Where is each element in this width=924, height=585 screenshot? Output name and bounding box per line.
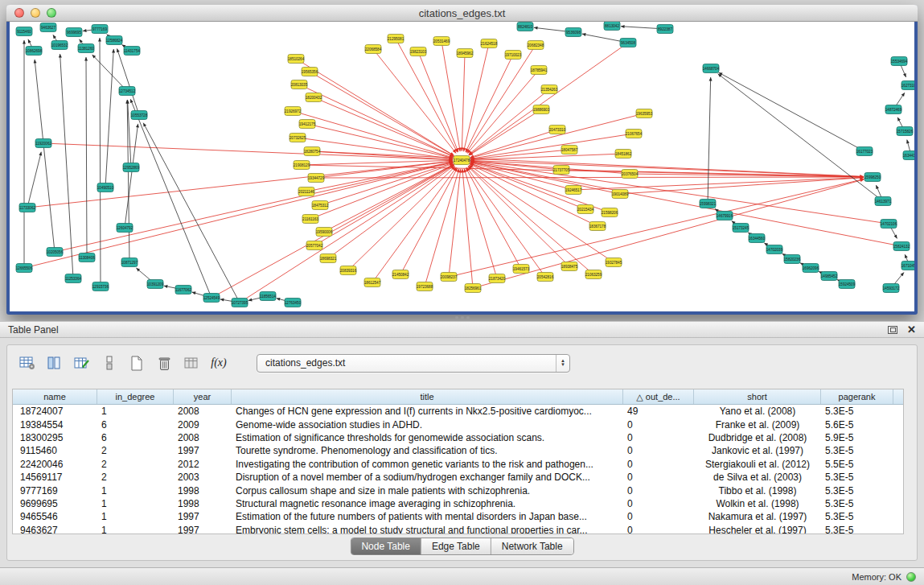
table-cell[interactable]: 0: [623, 419, 694, 431]
table-cell[interactable]: Tourette syndrome. Phenomenology and cla…: [232, 445, 623, 456]
zoom-window-button[interactable]: [47, 8, 56, 18]
graph-edge[interactable]: [449, 169, 461, 277]
table-cell[interactable]: 49: [623, 406, 694, 417]
table-cell[interactable]: 5.6E-5: [821, 419, 893, 431]
table-row[interactable]: 946554611997Estimation of the future num…: [13, 510, 903, 523]
graph-node[interactable]: 20577042: [306, 241, 323, 250]
graph-node[interactable]: 12952869: [123, 163, 140, 172]
graph-edge[interactable]: [396, 39, 458, 152]
graph-node[interactable]: 11308406: [79, 253, 96, 262]
graph-node[interactable]: 19014089: [612, 190, 629, 199]
graph-node[interactable]: 12586824: [106, 36, 123, 45]
table-cell[interactable]: 1997: [174, 445, 232, 456]
table-row[interactable]: 1938455462009Genome-wide association stu…: [13, 418, 903, 431]
column-header[interactable]: title: [232, 389, 623, 404]
graph-edge[interactable]: [24, 163, 453, 268]
graph-edge[interactable]: [464, 43, 490, 151]
table-cell[interactable]: 0: [623, 459, 694, 470]
memory-status-indicator[interactable]: [906, 572, 916, 582]
graph-node[interactable]: 9699695: [66, 28, 82, 37]
table-cell[interactable]: 5.3E-5: [821, 472, 893, 483]
graph-node[interactable]: 19823103: [410, 47, 427, 56]
graph-edge[interactable]: [314, 165, 454, 246]
table-row[interactable]: 1872400712008Changes of HCN gene express…: [13, 405, 903, 418]
graph-node[interactable]: 20813035: [291, 80, 308, 89]
table-cell[interactable]: 0: [623, 511, 694, 522]
table-cell[interactable]: 9777169: [13, 485, 97, 496]
graph-node[interactable]: 10727395: [232, 299, 248, 307]
graph-node[interactable]: 20376504: [622, 170, 639, 179]
table-cell[interactable]: Embryonic stem cells: a model to study s…: [232, 525, 623, 534]
table-cell[interactable]: 19384554: [13, 419, 97, 431]
table-cell[interactable]: de Silva et al. (2003): [694, 472, 821, 483]
graph-node[interactable]: 20682348: [528, 41, 544, 50]
table-cell[interactable]: 0: [623, 445, 694, 456]
table-cell[interactable]: 2008: [174, 432, 232, 443]
graph-node[interactable]: 20215434: [577, 205, 594, 214]
graph-edge[interactable]: [27, 152, 41, 208]
graph-edge[interactable]: [35, 60, 55, 252]
tab-network-table[interactable]: Network Table: [491, 538, 573, 554]
graph-node[interactable]: 8922387: [657, 25, 673, 34]
graph-node[interactable]: 18367178: [589, 222, 606, 231]
graph-node[interactable]: 20542816: [537, 273, 554, 282]
graph-edge[interactable]: [307, 124, 453, 159]
graph-edge[interactable]: [469, 109, 541, 155]
graph-node[interactable]: 21354263: [541, 85, 558, 94]
graph-node[interactable]: 20473310: [549, 126, 566, 134]
table-cell[interactable]: 1997: [174, 511, 232, 522]
graph-node[interactable]: 18938475: [561, 262, 578, 271]
graph-edge[interactable]: [143, 123, 240, 303]
graph-node[interactable]: 19723688: [417, 282, 433, 291]
graph-edge[interactable]: [719, 72, 864, 151]
table-cell[interactable]: Wolkin et al. (1998): [694, 498, 821, 509]
table-cell[interactable]: 1998: [174, 498, 232, 509]
graph-edge[interactable]: [466, 168, 521, 269]
table-cell[interactable]: 9115460: [13, 445, 97, 456]
graph-node[interactable]: 12763450: [285, 299, 302, 307]
graph-node[interactable]: 14613971: [875, 197, 892, 206]
table-settings-button[interactable]: [17, 352, 38, 373]
table-cell[interactable]: Tibbo et al. (1998): [694, 485, 821, 496]
table-cell[interactable]: 1: [97, 498, 174, 509]
table-cell[interactable]: 5.9E-5: [821, 432, 893, 443]
table-cell[interactable]: 6: [97, 419, 174, 431]
graph-node[interactable]: 19246517: [565, 186, 582, 195]
graph-node[interactable]: 14679916: [717, 212, 733, 220]
graph-node[interactable]: 21737705: [553, 166, 570, 175]
table-cell[interactable]: Dudbridge et al. (2008): [694, 432, 821, 443]
graph-edge[interactable]: [573, 178, 864, 191]
graph-edge[interactable]: [462, 53, 465, 151]
table-cell[interactable]: Estimation of the future numbers of pati…: [232, 511, 623, 522]
table-cell[interactable]: Disruption of a novel member of a sodium…: [232, 472, 623, 483]
table-cell[interactable]: 1998: [174, 485, 232, 496]
graph-node[interactable]: 15924509: [839, 280, 856, 289]
table-cell[interactable]: 1: [97, 406, 174, 417]
graph-edge[interactable]: [464, 169, 497, 279]
table-cell[interactable]: Estimation of significance thresholds fo…: [232, 432, 623, 443]
table-cell[interactable]: 0: [623, 485, 694, 496]
column-header[interactable]: in_degree: [97, 389, 174, 404]
column-header[interactable]: short: [694, 389, 821, 404]
graph-node[interactable]: 21598206: [602, 208, 618, 217]
table-cell[interactable]: 1: [97, 511, 174, 522]
graph-node[interactable]: 8813042: [604, 22, 620, 31]
graph-edge[interactable]: [441, 41, 460, 151]
row-selector-button[interactable]: [99, 352, 120, 373]
graph-edge[interactable]: [470, 162, 889, 224]
graph-node[interactable]: 15534694: [891, 57, 908, 66]
graph-node[interactable]: 15173245: [733, 224, 749, 233]
function-builder-button[interactable]: f(x): [208, 352, 229, 373]
graph-node[interactable]: 16710453: [901, 262, 914, 270]
graph-node[interactable]: 18475312: [312, 201, 329, 210]
graph-node[interactable]: 18785941: [531, 66, 548, 75]
graph-node[interactable]: 11733062: [19, 204, 36, 212]
table-cell[interactable]: 2008: [174, 406, 232, 417]
graph-node[interactable]: 18612547: [364, 278, 381, 287]
table-row[interactable]: 1456911722003Disruption of a novel membe…: [13, 471, 903, 484]
table-cell[interactable]: 2009: [174, 419, 232, 431]
graph-node[interactable]: 10205056: [47, 248, 64, 257]
graph-node[interactable]: 19565356: [302, 68, 318, 76]
graph-node[interactable]: 14985452: [821, 272, 838, 281]
table-cell[interactable]: Jankovic et al. (1997): [694, 445, 821, 456]
